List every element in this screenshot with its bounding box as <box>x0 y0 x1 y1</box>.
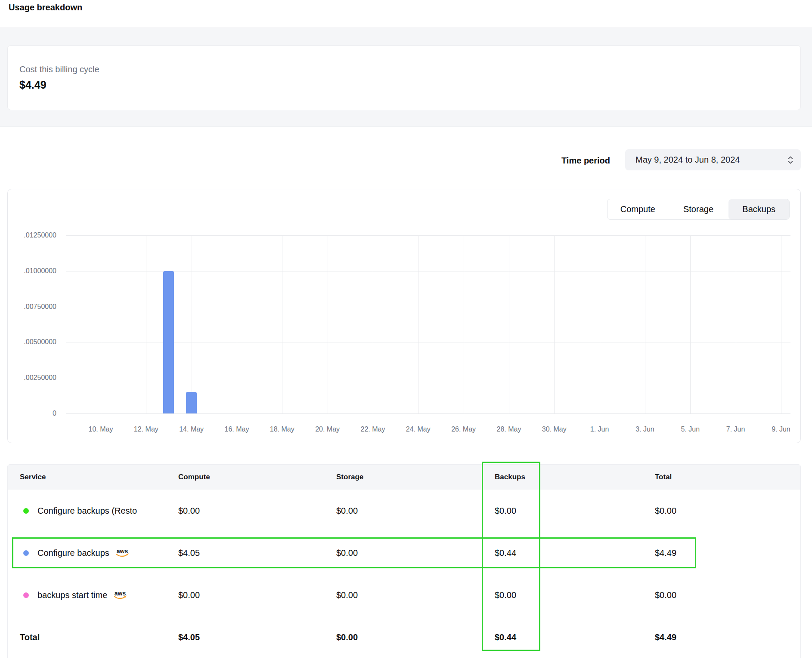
table-row: Configure backups (Resto$0.00$0.00$0.00$… <box>8 490 800 532</box>
x-axis-tick-label: 10. May <box>78 424 123 435</box>
service-name: Configure backups <box>37 548 109 558</box>
gridline-horizontal <box>66 342 790 342</box>
storage-cell: $0.00 <box>336 490 358 532</box>
x-axis-tick-label: 22. May <box>350 424 395 435</box>
chart-metric-tabs: ComputeStorageBackups <box>607 199 790 220</box>
total-cell: $0.00 <box>655 574 676 616</box>
column-header-backups: Backups <box>495 465 525 490</box>
up-down-chevron-icon <box>787 155 794 165</box>
x-axis-tick-label: 14. May <box>169 424 214 435</box>
svg-text:aws: aws <box>115 590 126 597</box>
x-axis-tick-label: 12. May <box>124 424 168 435</box>
usage-breakdown-page: Usage breakdown Cost this billing cycle … <box>0 0 812 666</box>
gridline-horizontal <box>66 413 790 414</box>
table-header-row: ServiceComputeStorageBackupsTotal <box>8 465 800 490</box>
x-axis-tick-label: 28. May <box>487 424 531 435</box>
y-axis-tick-label: 0 <box>8 408 56 419</box>
gridline-vertical <box>192 235 192 413</box>
service-name: backups start time <box>37 590 107 600</box>
column-header-compute: Compute <box>178 465 210 490</box>
bar-chart: .01250000.01000000.00750000.00500000.002… <box>8 189 800 443</box>
x-axis-tick-label: 5. Jun <box>668 424 713 435</box>
total-compute-cell: $4.05 <box>178 616 200 658</box>
total-cell: $0.00 <box>655 490 676 532</box>
x-axis-tick-label: 16. May <box>214 424 259 435</box>
service-name: Configure backups (Resto <box>37 506 137 516</box>
chart-bar[interactable] <box>163 271 174 413</box>
gridline-vertical <box>237 235 237 413</box>
table-row: backups start timeaws$0.00$0.00$0.00$0.0… <box>8 574 800 616</box>
gridline-vertical <box>101 235 101 413</box>
x-axis-tick-label: 3. Jun <box>623 424 667 435</box>
billing-cycle-card: Cost this billing cycle $4.49 <box>7 45 801 110</box>
storage-cell: $0.00 <box>336 532 358 574</box>
gridline-vertical <box>509 235 509 413</box>
time-period-value: May 9, 2024 to Jun 8, 2024 <box>635 155 740 165</box>
gridline-horizontal <box>66 378 790 378</box>
column-header-total: Total <box>655 465 672 490</box>
gridline-vertical <box>146 235 146 413</box>
time-period-label: Time period <box>561 155 610 166</box>
y-axis-tick-label: .00750000 <box>8 302 56 312</box>
gridline-horizontal <box>66 271 790 271</box>
x-axis-tick-label: 26. May <box>441 424 486 435</box>
service-color-dot <box>23 508 29 514</box>
chart-bar[interactable] <box>186 392 197 413</box>
compute-cell: $0.00 <box>178 574 200 616</box>
total-cell: $4.49 <box>655 532 676 574</box>
gridline-vertical <box>373 235 373 413</box>
x-axis-tick-label: 1. Jun <box>577 424 622 435</box>
gridline-vertical <box>554 235 555 413</box>
backups-cell: $0.44 <box>495 532 516 574</box>
y-axis-tick-label: .01000000 <box>8 266 56 276</box>
billing-summary-section: Cost this billing cycle $4.49 <box>0 28 812 127</box>
gridline-vertical <box>736 235 736 413</box>
gridline-horizontal <box>66 235 790 236</box>
gridline-vertical <box>781 235 781 413</box>
billing-cycle-label: Cost this billing cycle <box>19 65 99 74</box>
gridline-vertical <box>600 235 600 413</box>
compute-cell: $0.00 <box>178 490 200 532</box>
svg-text:aws: aws <box>117 548 128 555</box>
gridline-vertical <box>418 235 418 413</box>
gridline-vertical <box>645 235 645 413</box>
service-cell: Configure backups (Resto <box>23 490 137 532</box>
table-total-row: Total$4.05$0.00$0.44$4.49 <box>8 616 800 658</box>
gridline-vertical <box>328 235 328 413</box>
total-storage-cell: $0.00 <box>336 616 358 658</box>
service-cell: backups start timeaws <box>23 574 128 616</box>
time-period-select[interactable]: May 9, 2024 to Jun 8, 2024 <box>625 149 801 170</box>
column-header-storage: Storage <box>336 465 363 490</box>
y-axis-tick-label: .00500000 <box>8 337 56 347</box>
backups-cell: $0.00 <box>495 574 516 616</box>
gridline-vertical <box>282 235 282 413</box>
usage-table: ServiceComputeStorageBackupsTotal Config… <box>7 464 801 658</box>
compute-cell: $4.05 <box>178 532 200 574</box>
usage-chart-panel: .01250000.01000000.00750000.00500000.002… <box>7 189 801 443</box>
x-axis-tick-label: 20. May <box>305 424 350 435</box>
gridline-vertical <box>690 235 691 413</box>
total-backups-cell: $0.44 <box>495 616 516 658</box>
service-cell: Configure backupsaws <box>23 532 130 574</box>
x-axis-tick-label: 18. May <box>260 424 304 435</box>
column-header-service: Service <box>20 465 46 490</box>
total-row-label: Total <box>20 616 40 658</box>
x-axis-tick-label: 9. Jun <box>759 424 803 435</box>
tab-backups[interactable]: Backups <box>728 199 789 219</box>
service-color-dot <box>23 592 29 598</box>
backups-cell: $0.00 <box>495 490 516 532</box>
gridline-horizontal <box>66 307 790 307</box>
gridline-vertical <box>464 235 464 413</box>
service-color-dot <box>23 550 29 556</box>
table-row: Configure backupsaws$4.05$0.00$0.44$4.49 <box>8 532 800 574</box>
y-axis-tick-label: .01250000 <box>8 230 56 240</box>
billing-cycle-value: $4.49 <box>19 79 46 91</box>
aws-icon: aws <box>115 548 130 558</box>
tab-compute[interactable]: Compute <box>607 199 668 219</box>
x-axis-tick-label: 24. May <box>396 424 440 435</box>
tab-storage[interactable]: Storage <box>668 199 729 219</box>
page-title: Usage breakdown <box>9 3 82 12</box>
storage-cell: $0.00 <box>336 574 358 616</box>
y-axis-tick-label: .00250000 <box>8 373 56 383</box>
x-axis-tick-label: 7. Jun <box>713 424 758 435</box>
